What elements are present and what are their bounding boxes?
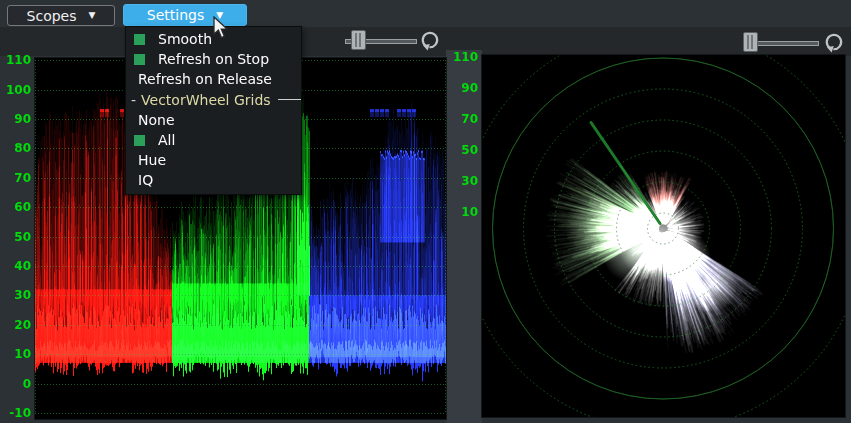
checked-box-icon [134,54,145,65]
chevron-down-icon: ▼ [89,11,96,20]
menu-item-label: Refresh on Release [138,71,272,87]
chevron-down-icon: ▼ [216,11,223,20]
menu-item-hue[interactable]: Hue [126,150,301,170]
waveform-axis-label-90: 90 [0,111,31,127]
menu-item-label: Refresh on Stop [158,51,269,67]
scopes-button[interactable]: Scopes ▼ [7,5,115,26]
reset-icon[interactable] [419,29,441,51]
section-dash: - [131,92,136,108]
menu-item-none[interactable]: None [126,110,301,130]
settings-dropdown-menu: SmoothRefresh on StopRefresh on Release-… [125,26,302,195]
reset-icon[interactable] [823,31,845,53]
scope-gap-strip [446,50,482,423]
menu-item-smooth[interactable]: Smooth [126,29,301,49]
checked-box-icon [134,34,145,45]
menu-section-vectorwheel-grids: -VectorWheel Grids [126,89,301,110]
slider-handle[interactable] [351,30,366,50]
scopes-panel: Scopes ▼ Settings ▼ 11010090807060504030… [0,0,851,423]
waveform-intensity-slider[interactable] [343,28,453,54]
waveform-axis-label-10: 10 [0,346,31,362]
waveform-axis-label-30: 30 [0,287,31,303]
waveform-axis-label-20: 20 [0,317,31,333]
waveform-axis-label--10: -10 [0,405,31,421]
checked-box-icon [134,135,145,146]
waveform-axis-label-60: 60 [0,199,31,215]
slider-handle[interactable] [743,32,758,52]
vectorscope-intensity-slider[interactable] [741,30,851,56]
waveform-axis-label-50: 50 [0,229,31,245]
menu-item-label: Hue [138,152,166,168]
menu-item-label: Smooth [158,31,212,47]
waveform-axis-label-70: 70 [0,170,31,186]
waveform-axis-label-100: 100 [0,82,31,98]
menu-item-refresh-on-stop[interactable]: Refresh on Stop [126,49,301,69]
menu-item-label: None [138,112,175,128]
waveform-axis-label-0: 0 [0,376,31,392]
waveform-axis-label-40: 40 [0,258,31,274]
menu-item-refresh-on-release[interactable]: Refresh on Release [126,69,301,89]
section-title: VectorWheel Grids [141,92,271,108]
section-rule [278,99,301,100]
vectorscope [482,55,845,417]
waveform-axis-label-80: 80 [0,140,31,156]
scopes-button-label: Scopes [27,8,77,24]
menu-item-label: IQ [138,172,153,188]
menu-item-all[interactable]: All [126,130,301,150]
settings-button-label: Settings [147,7,204,23]
settings-button[interactable]: Settings ▼ [123,4,247,26]
menu-item-iq[interactable]: IQ [126,170,301,190]
menu-item-label: All [158,132,175,148]
vectorscope-box [481,54,846,418]
